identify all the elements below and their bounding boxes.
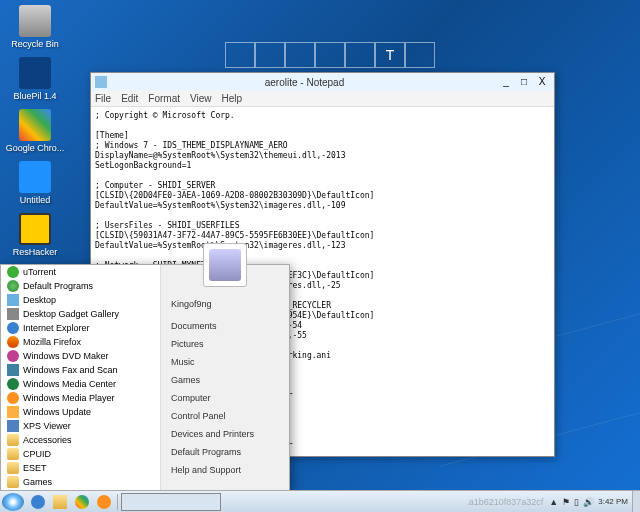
program-icon (7, 350, 19, 362)
tray-expand-icon[interactable]: ▲ (549, 497, 558, 507)
start-place-item[interactable]: Games (161, 371, 289, 389)
program-icon (7, 420, 19, 432)
program-label: Internet Explorer (23, 323, 90, 333)
program-label: uTorrent (23, 267, 56, 277)
maximize-button[interactable]: □ (516, 75, 532, 89)
program-icon (7, 294, 19, 306)
desktop-icon-image (19, 57, 51, 89)
start-username[interactable]: Kingof9ng (161, 295, 289, 317)
desktop-icon-image (19, 5, 51, 37)
desktop-icon[interactable]: Google Chro... (5, 109, 65, 153)
start-program-item[interactable]: Desktop Gadget Gallery (1, 307, 160, 321)
start-left-panel: uTorrentDefault ProgramsDesktopDesktop G… (1, 265, 160, 512)
program-icon (7, 462, 19, 474)
desktop-icon[interactable]: Recycle Bin (5, 5, 65, 49)
tray-network-icon[interactable]: ▯ (574, 497, 579, 507)
program-icon (7, 476, 19, 488)
desktop-icons: Recycle BinBluePil 1.4Google Chro...Unti… (5, 5, 65, 265)
desktop-icon-label: BluePil 1.4 (5, 91, 65, 101)
taskbar-pin-wmp[interactable] (94, 493, 114, 511)
menu-item[interactable]: Format (148, 91, 180, 106)
start-program-item[interactable]: Default Programs (1, 279, 160, 293)
desktop-icon-label: Untitled (5, 195, 65, 205)
start-place-item[interactable]: Computer (161, 389, 289, 407)
program-label: ESET (23, 463, 47, 473)
program-icon (7, 322, 19, 334)
start-place-item[interactable]: Control Panel (161, 407, 289, 425)
user-avatar[interactable] (203, 243, 247, 287)
program-label: Windows Media Player (23, 393, 115, 403)
notepad-menubar: FileEditFormatViewHelp (91, 91, 554, 107)
notepad-title: aerolite - Notepad (111, 77, 498, 88)
system-tray[interactable]: ▲ ⚑ ▯ 🔊 3:42 PM (549, 497, 632, 507)
taskbar-pin-ie[interactable] (28, 493, 48, 511)
start-place-item[interactable]: Devices and Printers (161, 425, 289, 443)
notepad-titlebar[interactable]: aerolite - Notepad _ □ X (91, 73, 554, 91)
show-desktop-button[interactable] (632, 491, 640, 513)
start-program-item[interactable]: Mozilla Firefox (1, 335, 160, 349)
start-right-panel: Kingof9ng DocumentsPicturesMusicGamesCom… (160, 265, 289, 512)
program-label: Windows DVD Maker (23, 351, 109, 361)
desktop-icon-image (19, 161, 51, 193)
taskbar-clock[interactable]: 3:42 PM (598, 497, 628, 506)
menu-item[interactable]: Help (222, 91, 243, 106)
start-menu: uTorrentDefault ProgramsDesktopDesktop G… (0, 264, 290, 490)
program-label: Accessories (23, 435, 72, 445)
desktop-icon[interactable]: Untitled (5, 161, 65, 205)
start-place-item[interactable]: Documents (161, 317, 289, 335)
taskbar-running-app[interactable] (121, 493, 221, 511)
tray-flag-icon[interactable]: ⚑ (562, 497, 570, 507)
desktop-icon[interactable]: ResHacker (5, 213, 65, 257)
start-program-item[interactable]: Windows Update (1, 405, 160, 419)
program-icon (7, 406, 19, 418)
tray-volume-icon[interactable]: 🔊 (583, 497, 594, 507)
start-program-item[interactable]: uTorrent (1, 265, 160, 279)
program-icon (7, 280, 19, 292)
program-label: Default Programs (23, 281, 93, 291)
start-program-item[interactable]: ESET (1, 461, 160, 475)
desktop-icon[interactable]: BluePil 1.4 (5, 57, 65, 101)
start-program-item[interactable]: Internet Explorer (1, 321, 160, 335)
start-place-item[interactable]: Pictures (161, 335, 289, 353)
taskbar: .a1b6210f837a32cf ▲ ⚑ ▯ 🔊 3:42 PM (0, 490, 640, 512)
program-label: Games (23, 477, 52, 487)
program-icon (7, 392, 19, 404)
start-place-item[interactable]: Music (161, 353, 289, 371)
start-program-item[interactable]: XPS Viewer (1, 419, 160, 433)
program-label: Desktop Gadget Gallery (23, 309, 119, 319)
desktop-icon-label: Google Chro... (5, 143, 65, 153)
start-program-item[interactable]: CPUID (1, 447, 160, 461)
desktop-icon-label: Recycle Bin (5, 39, 65, 49)
program-icon (7, 378, 19, 390)
program-label: CPUID (23, 449, 51, 459)
menu-item[interactable]: View (190, 91, 212, 106)
taskbar-pin-explorer[interactable] (50, 493, 70, 511)
program-icon (7, 448, 19, 460)
taskbar-pin-chrome[interactable] (72, 493, 92, 511)
desktop-icon-image (19, 109, 51, 141)
menu-item[interactable]: File (95, 91, 111, 106)
start-program-item[interactable]: Windows Fax and Scan (1, 363, 160, 377)
watermark-hash: .a1b6210f837a32cf (466, 497, 543, 507)
start-program-item[interactable]: Windows Media Center (1, 377, 160, 391)
program-label: Windows Update (23, 407, 91, 417)
menu-item[interactable]: Edit (121, 91, 138, 106)
minimize-button[interactable]: _ (498, 75, 514, 89)
start-program-item[interactable]: Accessories (1, 433, 160, 447)
program-icon (7, 336, 19, 348)
desktop-icon-image (19, 213, 51, 245)
start-button[interactable] (2, 493, 24, 511)
start-program-item[interactable]: Windows DVD Maker (1, 349, 160, 363)
program-label: Windows Fax and Scan (23, 365, 118, 375)
desktop-icon-label: ResHacker (5, 247, 65, 257)
program-label: XPS Viewer (23, 421, 71, 431)
start-place-item[interactable]: Default Programs (161, 443, 289, 461)
program-icon (7, 308, 19, 320)
desktop-grid-decoration: T (225, 42, 435, 68)
start-place-item[interactable]: Help and Support (161, 461, 289, 479)
close-button[interactable]: X (534, 75, 550, 89)
program-label: Desktop (23, 295, 56, 305)
start-program-item[interactable]: Windows Media Player (1, 391, 160, 405)
start-program-item[interactable]: Desktop (1, 293, 160, 307)
start-program-item[interactable]: Games (1, 475, 160, 489)
